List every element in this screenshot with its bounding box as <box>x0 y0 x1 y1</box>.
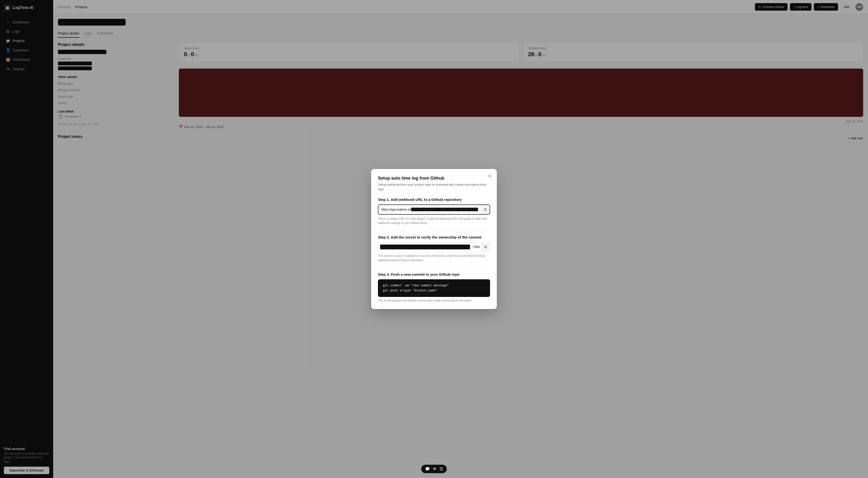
modal-subtitle: Setup webhook from your project repo to … <box>378 182 490 192</box>
step1-divider <box>378 230 490 230</box>
step1-hint: This is a unique URL for each project. C… <box>378 216 490 225</box>
step3-hint: The AI will analyze the Github commit an… <box>378 299 490 302</box>
copy-secret-button[interactable]: ⧉ <box>481 242 490 251</box>
eye-icon[interactable]: 👁 <box>433 467 437 471</box>
modal-title: Setup auto time log from Github <box>378 176 490 181</box>
modal-close-button[interactable]: ✕ <box>486 173 493 180</box>
webhook-url-input[interactable] <box>378 205 481 214</box>
step1-title: Step 1. Add webhook URL to a Github repo… <box>378 198 490 202</box>
step2-divider <box>378 267 490 268</box>
bottom-bar: 💬 👁 ☰ <box>421 465 447 473</box>
secret-redacted <box>380 244 470 249</box>
menu-icon[interactable]: ☰ <box>439 467 443 471</box>
github-setup-modal: ✕ Setup auto time log from Github Setup … <box>371 169 497 309</box>
code-content: git commit -am "new commit message" git … <box>383 283 485 293</box>
secret-suffix: YWlz <box>472 243 481 251</box>
code-block: git commit -am "new commit message" git … <box>378 279 490 297</box>
modal-backdrop[interactable]: ✕ Setup auto time log from Github Setup … <box>0 0 868 478</box>
step2-hint: The secret is used to validate the commi… <box>378 254 490 263</box>
webhook-url-row: ⧉ <box>378 204 490 215</box>
secret-row: YWlz ⧉ <box>378 242 490 252</box>
step3-title: Step 3. Push a new commit to your Github… <box>378 272 490 276</box>
copy-url-button[interactable]: ⧉ <box>481 205 490 214</box>
step2-title: Step 2. Add the secret to verify the own… <box>378 235 490 239</box>
chat-icon[interactable]: 💬 <box>425 467 430 471</box>
